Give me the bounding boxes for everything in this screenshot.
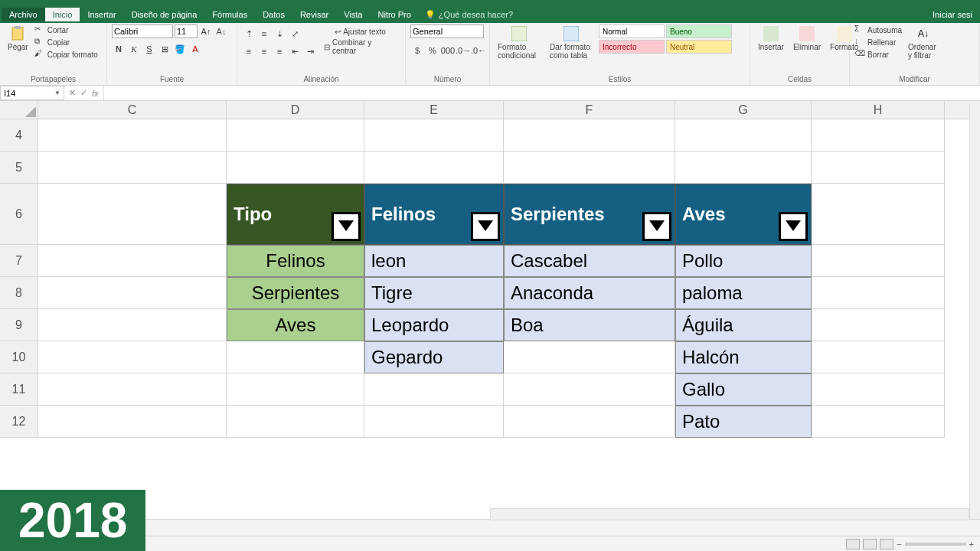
filter-button[interactable] xyxy=(779,212,808,241)
chevron-down-icon[interactable]: ▼ xyxy=(54,90,60,96)
cell[interactable] xyxy=(227,119,364,152)
cell[interactable]: Aves xyxy=(227,309,364,341)
row-header-9[interactable]: 9 xyxy=(0,309,38,341)
cell[interactable] xyxy=(227,373,364,406)
cell-header-tipo[interactable]: Tipo xyxy=(227,184,364,245)
cell[interactable] xyxy=(675,119,812,152)
cell[interactable]: Pato xyxy=(675,406,812,438)
zoom-in-button[interactable]: + xyxy=(969,540,974,549)
cell[interactable] xyxy=(675,152,812,184)
cell[interactable] xyxy=(364,406,504,438)
cell[interactable] xyxy=(812,309,945,341)
cell[interactable]: Cascabel xyxy=(504,245,675,277)
cell[interactable] xyxy=(504,341,675,373)
col-header-C[interactable]: C xyxy=(38,101,227,119)
align-center-button[interactable]: ≡ xyxy=(257,44,271,58)
cell[interactable] xyxy=(812,152,945,184)
cell[interactable] xyxy=(38,152,227,184)
tab-home[interactable]: Inicio xyxy=(45,8,80,21)
cell[interactable]: Anaconda xyxy=(504,277,675,309)
cell[interactable] xyxy=(38,373,227,406)
cell-styles-gallery[interactable]: Normal Bueno Incorrecto Neutral xyxy=(599,24,737,54)
increase-indent-button[interactable]: ⇥ xyxy=(303,44,317,58)
cell[interactable] xyxy=(812,245,945,277)
zoom-out-button[interactable]: − xyxy=(897,540,901,549)
cancel-formula-button[interactable]: ✕ xyxy=(69,88,76,98)
tab-nitro[interactable]: Nitro Pro xyxy=(370,8,418,21)
cell[interactable] xyxy=(38,184,227,245)
col-header-E[interactable]: E xyxy=(364,101,504,119)
merge-center-button[interactable]: ⊟Combinar y centrar xyxy=(320,40,400,54)
sign-in-link[interactable]: Iniciar sesi xyxy=(933,10,980,19)
column-headers[interactable]: C D E F G H xyxy=(38,101,980,119)
cell[interactable] xyxy=(227,341,364,373)
cell[interactable]: Tigre xyxy=(364,277,504,309)
style-normal[interactable]: Normal xyxy=(599,24,665,38)
accounting-format-button[interactable]: $ xyxy=(410,44,424,57)
decrease-font-button[interactable]: A↓ xyxy=(214,24,228,38)
col-header-H[interactable]: H xyxy=(812,101,945,119)
cell[interactable] xyxy=(38,245,227,277)
cell[interactable] xyxy=(812,119,945,152)
clear-button[interactable]: ⌫Borrar xyxy=(854,49,902,60)
insert-cells-button[interactable]: Insertar xyxy=(755,24,787,53)
bold-button[interactable]: N xyxy=(112,42,126,56)
cell[interactable] xyxy=(504,119,675,152)
wrap-text-button[interactable]: ↩Ajustar texto xyxy=(320,24,400,38)
cell[interactable]: paloma xyxy=(675,277,812,309)
number-format-select[interactable] xyxy=(410,24,484,38)
cell[interactable] xyxy=(812,277,945,309)
cell[interactable] xyxy=(38,277,227,309)
cell[interactable] xyxy=(38,119,227,152)
cell[interactable]: Gallo xyxy=(675,373,812,406)
cell[interactable] xyxy=(364,152,504,184)
cell[interactable] xyxy=(227,152,364,184)
cell[interactable]: Halcón xyxy=(675,341,812,373)
align-bottom-button[interactable]: ⇣ xyxy=(273,27,286,41)
underline-button[interactable]: S xyxy=(142,42,156,56)
cell[interactable]: Serpientes xyxy=(227,277,364,309)
cell[interactable]: Águila xyxy=(675,309,812,341)
row-header-10[interactable]: 10 xyxy=(0,341,38,373)
vertical-scrollbar[interactable] xyxy=(969,103,980,519)
cell[interactable] xyxy=(227,406,364,438)
cell[interactable] xyxy=(812,341,945,373)
cut-button[interactable]: ✂Cortar xyxy=(34,24,98,35)
filter-button[interactable] xyxy=(332,212,361,241)
enter-formula-button[interactable]: ✓ xyxy=(80,88,87,98)
conditional-formatting-button[interactable]: Formato condicional xyxy=(495,24,544,61)
tab-data[interactable]: Datos xyxy=(255,8,292,21)
row-header-5[interactable]: 5 xyxy=(0,152,38,184)
page-break-view-button[interactable] xyxy=(880,539,893,549)
cell[interactable]: Felinos xyxy=(227,245,364,277)
cell[interactable] xyxy=(38,341,227,373)
cell[interactable] xyxy=(812,406,945,438)
cell-header-aves[interactable]: Aves xyxy=(675,184,812,245)
row-header-12[interactable]: 12 xyxy=(0,406,38,438)
cell[interactable] xyxy=(812,373,945,406)
cell[interactable] xyxy=(364,373,504,406)
font-name-input[interactable] xyxy=(112,24,173,38)
row-header-11[interactable]: 11 xyxy=(0,373,38,406)
cell[interactable] xyxy=(812,184,945,245)
align-right-button[interactable]: ≡ xyxy=(273,44,286,58)
filter-button[interactable] xyxy=(471,212,500,241)
italic-button[interactable]: K xyxy=(127,42,141,56)
cell-header-felinos[interactable]: Felinos xyxy=(364,184,504,245)
row-header-4[interactable]: 4 xyxy=(0,119,38,152)
decrease-decimal-button[interactable]: .0← xyxy=(472,44,485,57)
format-painter-button[interactable]: 🖌Copiar formato xyxy=(34,49,98,60)
align-middle-button[interactable]: ≡ xyxy=(257,27,271,41)
select-all-button[interactable] xyxy=(0,101,38,119)
horizontal-scrollbar[interactable] xyxy=(490,508,969,520)
col-header-F[interactable]: F xyxy=(504,101,675,119)
increase-decimal-button[interactable]: .0→ xyxy=(456,44,470,57)
fill-color-button[interactable]: 🪣 xyxy=(173,42,187,56)
tab-view[interactable]: Vista xyxy=(336,8,370,21)
name-box[interactable]: I14▼ xyxy=(0,86,64,100)
align-left-button[interactable]: ≡ xyxy=(242,44,256,58)
cell[interactable]: Leopardo xyxy=(364,309,504,341)
fx-button[interactable]: fx xyxy=(92,89,99,98)
tab-formulas[interactable]: Fórmulas xyxy=(204,8,255,21)
row-header-6[interactable]: 6 xyxy=(0,184,38,245)
